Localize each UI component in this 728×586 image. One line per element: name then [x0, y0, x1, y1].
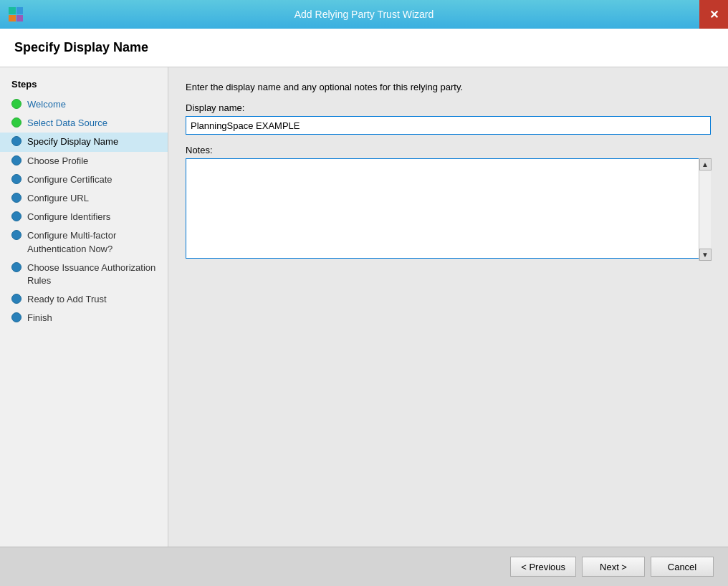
sidebar-item-label-finish: Finish — [27, 312, 52, 325]
step-dot-configure-url — [11, 193, 21, 203]
next-button[interactable]: Next > — [582, 557, 645, 577]
notes-label: Notes: — [186, 145, 711, 155]
close-button[interactable]: ✕ — [699, 0, 728, 29]
sidebar-item-label-configure-certificate: Configure Certificate — [27, 173, 112, 186]
step-dot-specify-display-name — [11, 136, 21, 146]
scroll-up-arrow[interactable]: ▲ — [699, 158, 712, 170]
wizard-body: Specify Display Name Steps Welcome Selec… — [0, 29, 728, 586]
step-dot-finish — [11, 312, 21, 322]
page-title: Specify Display Name — [14, 40, 714, 55]
content-area: Steps Welcome Select Data Source Specify… — [0, 67, 728, 547]
steps-label: Steps — [0, 79, 168, 95]
sidebar-item-specify-display-name[interactable]: Specify Display Name — [0, 133, 168, 151]
title-bar: Add Relying Party Trust Wizard ✕ — [0, 0, 728, 29]
display-name-input[interactable] — [186, 116, 711, 135]
step-dot-configure-certificate — [11, 174, 21, 184]
notes-wrapper: ▲ ▼ — [186, 158, 711, 261]
sidebar-item-configure-multifactor[interactable]: Configure Multi-factor Authentication No… — [0, 226, 168, 258]
instruction-text: Enter the display name and any optional … — [186, 82, 711, 92]
step-dot-choose-profile — [11, 155, 21, 165]
scroll-down-arrow[interactable]: ▼ — [699, 249, 712, 261]
footer: < Previous Next > Cancel — [0, 547, 728, 586]
step-dot-ready-to-add — [11, 294, 21, 304]
step-dot-select-data-source — [11, 117, 21, 128]
sidebar-item-ready-to-add[interactable]: Ready to Add Trust — [0, 290, 168, 309]
step-dot-configure-identifiers — [11, 211, 21, 221]
page-header: Specify Display Name — [0, 29, 728, 67]
sidebar-item-configure-certificate[interactable]: Configure Certificate — [0, 170, 168, 189]
cancel-button[interactable]: Cancel — [651, 557, 714, 577]
notes-scrollbar: ▲ ▼ — [699, 158, 711, 261]
title-bar-title: Add Relying Party Trust Wizard — [294, 9, 434, 20]
sidebar-item-finish[interactable]: Finish — [0, 309, 168, 327]
sidebar-item-label-configure-url: Configure URL — [27, 192, 89, 205]
sidebar-item-choose-issuance[interactable]: Choose Issuance Authorization Rules — [0, 259, 168, 290]
previous-button[interactable]: < Previous — [510, 557, 576, 577]
svg-rect-2 — [9, 15, 16, 21]
sidebar-item-label-select-data-source: Select Data Source — [27, 117, 107, 130]
app-icon — [7, 6, 24, 23]
main-content: Enter the display name and any optional … — [168, 67, 728, 547]
svg-rect-0 — [9, 7, 16, 14]
sidebar-item-select-data-source[interactable]: Select Data Source — [0, 114, 168, 133]
sidebar-item-welcome[interactable]: Welcome — [0, 95, 168, 114]
notes-textarea[interactable] — [186, 158, 711, 259]
svg-rect-1 — [16, 7, 23, 14]
sidebar-item-choose-profile[interactable]: Choose Profile — [0, 152, 168, 170]
step-dot-welcome — [11, 99, 21, 109]
sidebar-item-label-welcome: Welcome — [27, 98, 66, 111]
display-name-label: Display name: — [186, 102, 711, 113]
sidebar-item-label-choose-profile: Choose Profile — [27, 155, 88, 168]
sidebar-item-label-ready-to-add: Ready to Add Trust — [27, 293, 107, 306]
svg-rect-3 — [16, 15, 23, 21]
sidebar-item-label-specify-display-name: Specify Display Name — [27, 135, 118, 148]
sidebar-item-label-configure-identifiers: Configure Identifiers — [27, 211, 110, 224]
step-dot-configure-multifactor — [11, 230, 21, 240]
sidebar-item-configure-url[interactable]: Configure URL — [0, 189, 168, 208]
sidebar-item-label-configure-multifactor: Configure Multi-factor Authentication No… — [27, 229, 156, 255]
sidebar: Steps Welcome Select Data Source Specify… — [0, 67, 168, 547]
sidebar-item-label-choose-issuance: Choose Issuance Authorization Rules — [27, 261, 156, 287]
step-dot-choose-issuance — [11, 262, 21, 272]
sidebar-item-configure-identifiers[interactable]: Configure Identifiers — [0, 208, 168, 226]
